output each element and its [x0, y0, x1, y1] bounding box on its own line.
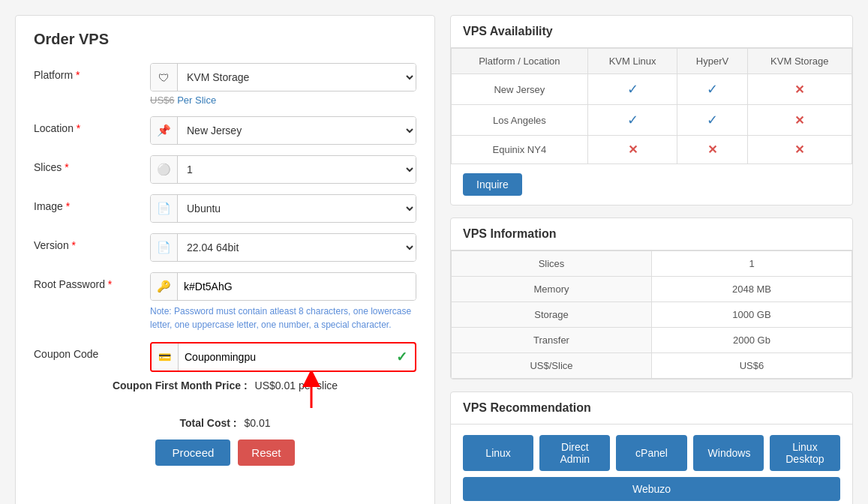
- page-title: Order VPS: [34, 31, 416, 48]
- version-select-wrapper: 📄 22.04 64bit: [150, 233, 416, 262]
- info-table: Slices1Memory2048 MBStorage1000 GBTransf…: [451, 250, 852, 379]
- availability-row: New Jersey✓✓✕: [452, 74, 852, 105]
- location-control: 📌 New Jersey: [150, 116, 416, 145]
- check-icon: ✓: [707, 112, 718, 128]
- platform-control: 🛡 KVM Storage US$6 Per Slice: [150, 63, 416, 106]
- cross-icon: ✕: [628, 143, 638, 156]
- action-buttons: Proceed Reset: [34, 440, 416, 466]
- location-select-wrapper: 📌 New Jersey: [150, 116, 416, 145]
- info-row-label: Storage: [452, 302, 652, 328]
- coupon-label: Coupon Code: [34, 342, 150, 360]
- info-row-value: 1: [652, 251, 852, 277]
- vps-recommendation-card: VPS Recommendation LinuxDirect AdmincPan…: [450, 392, 853, 504]
- info-row-value: 2048 MB: [652, 277, 852, 302]
- password-row: Root Password * 🔑 Note: Password must co…: [34, 272, 416, 332]
- location-label: Location *: [34, 116, 150, 134]
- rec-button[interactable]: Direct Admin: [539, 435, 610, 471]
- proceed-button[interactable]: Proceed: [155, 440, 230, 466]
- inquire-button-container: Inquire: [451, 164, 852, 205]
- password-label: Root Password *: [34, 272, 150, 290]
- image-icon: 📄: [151, 195, 178, 222]
- availability-table: Platform / Location KVM Linux HyperV KVM…: [451, 48, 852, 164]
- image-row: Image * 📄 Ubuntu: [34, 194, 416, 223]
- coupon-control: 💳 ✓: [150, 342, 416, 372]
- location-select[interactable]: New Jersey: [178, 117, 416, 144]
- rec-button[interactable]: cPanel: [616, 435, 686, 471]
- coupon-icon: 💳: [152, 344, 179, 370]
- info-row: Memory2048 MB: [452, 277, 852, 302]
- password-control: 🔑 Note: Password must contain atleast 8 …: [150, 272, 416, 332]
- col-hyperv: HyperV: [677, 49, 747, 74]
- slices-row: Slices * ⚪ 1: [34, 155, 416, 184]
- info-row: Transfer2000 Gb: [452, 328, 852, 353]
- version-icon: 📄: [151, 234, 178, 261]
- info-row-label: US$/Slice: [452, 353, 652, 379]
- cross-icon: ✕: [707, 143, 717, 156]
- coupon-price-line: Coupon First Month Price : US$0.01 per s…: [34, 380, 416, 392]
- image-control: 📄 Ubuntu: [150, 194, 416, 223]
- check-icon: ✓: [707, 82, 718, 97]
- password-field[interactable]: [178, 273, 416, 300]
- platform-select[interactable]: KVM Storage: [178, 64, 416, 91]
- rec-button[interactable]: Linux: [463, 435, 533, 471]
- info-row-label: Slices: [452, 251, 652, 277]
- info-row: Storage1000 GB: [452, 302, 852, 328]
- image-label: Image *: [34, 194, 150, 212]
- arrow-annotation: [34, 394, 416, 432]
- info-row: US$/SliceUS$6: [452, 353, 852, 379]
- availability-location: Equinix NY4: [452, 136, 588, 164]
- coupon-field[interactable]: [179, 344, 388, 370]
- vps-availability-card: VPS Availability Platform / Location KVM…: [450, 15, 853, 206]
- image-select[interactable]: Ubuntu: [178, 195, 416, 222]
- availability-title: VPS Availability: [451, 16, 852, 48]
- info-row-label: Transfer: [452, 328, 652, 353]
- vps-info-card: VPS Information Slices1Memory2048 MBStor…: [450, 218, 853, 380]
- availability-row: Equinix NY4✕✕✕: [452, 136, 852, 164]
- inquire-button[interactable]: Inquire: [463, 173, 522, 196]
- rec-button[interactable]: Windows: [693, 435, 764, 471]
- location-icon: 📌: [151, 117, 178, 144]
- image-select-wrapper: 📄 Ubuntu: [150, 194, 416, 223]
- slices-select[interactable]: 1: [178, 156, 416, 183]
- rec-button[interactable]: Webuzo: [463, 477, 840, 501]
- slices-control: ⚪ 1: [150, 155, 416, 184]
- coupon-input-wrapper: 💳 ✓: [150, 342, 416, 372]
- rec-buttons-container: LinuxDirect AdmincPanelWindowsLinux Desk…: [451, 424, 852, 504]
- shield-icon: 🛡: [151, 64, 178, 91]
- version-select[interactable]: 22.04 64bit: [178, 234, 416, 261]
- right-panel: VPS Availability Platform / Location KVM…: [450, 15, 853, 504]
- slices-icon: ⚪: [151, 156, 178, 183]
- coupon-row: Coupon Code 💳 ✓: [34, 342, 416, 372]
- coupon-first-month-label: Coupon First Month Price :: [113, 380, 248, 392]
- platform-row: Platform * 🛡 KVM Storage US$6 Per Slice: [34, 63, 416, 106]
- cross-icon: ✕: [794, 114, 804, 127]
- version-row: Version * 📄 22.04 64bit: [34, 233, 416, 262]
- platform-per-slice: Per Slice: [177, 94, 216, 106]
- info-row-value: 2000 Gb: [652, 328, 852, 353]
- order-vps-panel: Order VPS Platform * 🛡 KVM Storage US$6 …: [15, 15, 435, 504]
- red-arrow-svg: [289, 372, 334, 410]
- slices-select-wrapper: ⚪ 1: [150, 155, 416, 184]
- version-label: Version *: [34, 233, 150, 251]
- cross-icon: ✕: [794, 83, 804, 96]
- availability-header-row: Platform / Location KVM Linux HyperV KVM…: [452, 49, 852, 74]
- platform-select-wrapper: 🛡 KVM Storage: [150, 63, 416, 92]
- version-control: 📄 22.04 64bit: [150, 233, 416, 262]
- location-row: Location * 📌 New Jersey: [34, 116, 416, 145]
- platform-price-hint: US$6 Per Slice: [150, 94, 416, 106]
- info-row-value: US$6: [652, 353, 852, 379]
- col-kvm-storage: KVM Storage: [747, 49, 851, 74]
- col-kvm-linux: KVM Linux: [587, 49, 677, 74]
- platform-label: Platform *: [34, 63, 150, 81]
- rec-title: VPS Recommendation: [451, 392, 852, 424]
- rec-button[interactable]: Linux Desktop: [770, 435, 840, 471]
- availability-location: Los Angeles: [452, 105, 588, 136]
- key-icon: 🔑: [151, 273, 178, 300]
- password-input-wrapper: 🔑: [150, 272, 416, 301]
- info-title: VPS Information: [451, 218, 852, 250]
- platform-price-strike: US$6: [150, 94, 175, 106]
- col-platform-location: Platform / Location: [452, 49, 588, 74]
- reset-button[interactable]: Reset: [238, 440, 294, 466]
- cross-icon: ✕: [794, 143, 804, 156]
- availability-location: New Jersey: [452, 74, 588, 105]
